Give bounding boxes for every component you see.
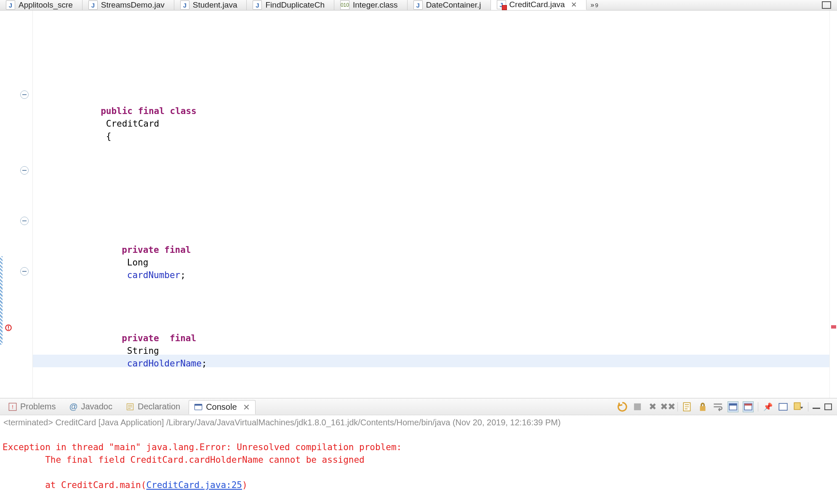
- overflow-count: 9: [595, 2, 598, 8]
- svg-rect-12: [729, 403, 737, 406]
- overview-error-mark-icon[interactable]: [831, 325, 836, 329]
- gutter: [3, 11, 33, 398]
- svg-rect-2: [8, 329, 9, 329]
- pin-console-button[interactable]: 📌: [762, 401, 773, 412]
- maximize-panel-button[interactable]: [824, 403, 832, 410]
- panel-tab-label: Declaration: [138, 402, 180, 411]
- brace: {: [106, 131, 112, 141]
- tab-integer-class[interactable]: 010 Integer.class: [334, 0, 408, 10]
- tab-label: StreamsDemo.jav: [101, 0, 165, 10]
- terminate-relaunch-button[interactable]: [617, 401, 628, 412]
- declaration-icon: [126, 403, 134, 411]
- javadoc-icon: @: [69, 403, 77, 411]
- tab-label: DateContainer.j: [426, 0, 481, 10]
- fold-toggle-icon[interactable]: [20, 217, 29, 225]
- semicolon: ;: [202, 358, 207, 369]
- close-tab-icon[interactable]: ✕: [571, 0, 577, 9]
- close-view-icon[interactable]: ✕: [243, 402, 250, 412]
- terminate-button[interactable]: [632, 401, 643, 412]
- overview-ruler[interactable]: [829, 11, 837, 398]
- tab-streamsdemo[interactable]: J StreamsDemo.jav: [83, 0, 174, 10]
- tab-problems[interactable]: ! Problems: [3, 400, 61, 413]
- java-file-icon: J: [413, 0, 423, 10]
- change-ruler: [0, 11, 3, 398]
- console-launch-header: <terminated> CreditCard [Java Applicatio…: [0, 415, 837, 428]
- svg-rect-16: [794, 403, 800, 409]
- tab-declaration[interactable]: Declaration: [121, 400, 185, 413]
- overflow-chevrons-icon: »: [591, 1, 594, 9]
- tab-creditcard[interactable]: J CreditCard.java ✕: [491, 0, 586, 10]
- minimize-panel-button[interactable]: [813, 405, 820, 409]
- show-console-on-stdout-button[interactable]: [728, 401, 738, 412]
- open-console-dropdown-button[interactable]: [793, 401, 804, 412]
- modifiers: private final: [122, 245, 191, 255]
- tab-findduplicate[interactable]: J FindDuplicateCh: [247, 0, 334, 10]
- java-file-icon: J: [180, 0, 189, 10]
- editor-window-controls: [816, 1, 837, 9]
- maximize-editor-button[interactable]: [822, 1, 831, 9]
- console-icon: [194, 403, 203, 411]
- type: String: [127, 346, 159, 356]
- panel-tab-label: Javadoc: [81, 402, 112, 411]
- editor-tabbar: J Applitools_scre J StreamsDemo.jav J St…: [0, 0, 837, 11]
- remove-launch-button[interactable]: ✖: [647, 401, 658, 412]
- svg-rect-10: [700, 406, 706, 411]
- field-name: cardNumber: [127, 270, 180, 280]
- show-console-on-stderr-button[interactable]: [743, 401, 754, 412]
- tab-label: FindDuplicateCh: [265, 0, 324, 10]
- field-name: cardHolderName: [127, 358, 202, 369]
- console-line: The final field CreditCard.cardHolderNam…: [3, 455, 365, 465]
- tab-label: Integer.class: [353, 0, 398, 10]
- fold-toggle-icon[interactable]: [20, 267, 29, 276]
- tab-applitools[interactable]: J Applitools_scre: [0, 0, 83, 10]
- tab-datecontainer[interactable]: J DateContainer.j: [408, 0, 491, 10]
- error-marker-icon[interactable]: [4, 324, 13, 332]
- svg-rect-14: [744, 403, 752, 406]
- stack-suffix: ): [242, 480, 248, 490]
- tab-label: Student.java: [193, 0, 237, 10]
- svg-rect-15: [779, 403, 787, 410]
- fold-toggle-icon[interactable]: [20, 90, 29, 99]
- code-content[interactable]: public final class CreditCard { private …: [33, 11, 829, 398]
- svg-rect-1: [8, 326, 9, 329]
- java-file-icon: J: [88, 0, 98, 10]
- display-selected-console-button[interactable]: [778, 401, 789, 412]
- word-wrap-button[interactable]: [712, 401, 723, 412]
- console-line: at CreditCard.main(CreditCard.java:25): [3, 480, 248, 490]
- tab-javadoc[interactable]: @ Javadoc: [64, 400, 117, 413]
- semicolon: ;: [180, 270, 186, 280]
- bottom-panel: ! Problems @ Javadoc Declaration Console…: [0, 398, 837, 504]
- problems-icon: !: [8, 403, 17, 411]
- java-file-icon: J: [253, 0, 262, 10]
- stack-prefix: at CreditCard.main(: [3, 480, 146, 490]
- panel-tab-label: Console: [206, 402, 237, 412]
- java-file-error-icon: J: [497, 0, 506, 9]
- modifiers: private final: [122, 333, 196, 343]
- tab-console[interactable]: Console ✕: [189, 400, 255, 414]
- java-file-icon: J: [6, 0, 15, 10]
- type: Long: [127, 257, 149, 268]
- keyword: public final class: [101, 106, 197, 116]
- scroll-lock-button[interactable]: [697, 401, 708, 412]
- fold-toggle-icon[interactable]: [20, 166, 29, 175]
- stacktrace-link[interactable]: CreditCard.java:25: [146, 480, 242, 490]
- clear-console-button[interactable]: [682, 401, 693, 412]
- code-editor[interactable]: public final class CreditCard { private …: [0, 11, 837, 398]
- remove-all-launches-button[interactable]: ✖✖: [662, 401, 673, 412]
- tab-overflow-button[interactable]: » 9: [586, 1, 602, 9]
- panel-tabbar: ! Problems @ Javadoc Declaration Console…: [0, 398, 837, 415]
- console-toolbar: ✖ ✖✖ 📌: [617, 401, 837, 412]
- tab-student[interactable]: J Student.java: [174, 0, 247, 10]
- console-output[interactable]: Exception in thread "main" java.lang.Err…: [0, 428, 837, 504]
- svg-rect-8: [634, 403, 641, 410]
- svg-text:!: !: [12, 404, 13, 410]
- svg-rect-7: [195, 404, 202, 406]
- tab-label: CreditCard.java: [509, 0, 565, 9]
- class-name: CreditCard: [106, 119, 159, 129]
- console-line: Exception in thread "main" java.lang.Err…: [3, 442, 407, 452]
- tab-label: Applitools_scre: [19, 0, 73, 10]
- class-file-icon: 010: [340, 0, 349, 10]
- panel-tab-label: Problems: [20, 402, 56, 411]
